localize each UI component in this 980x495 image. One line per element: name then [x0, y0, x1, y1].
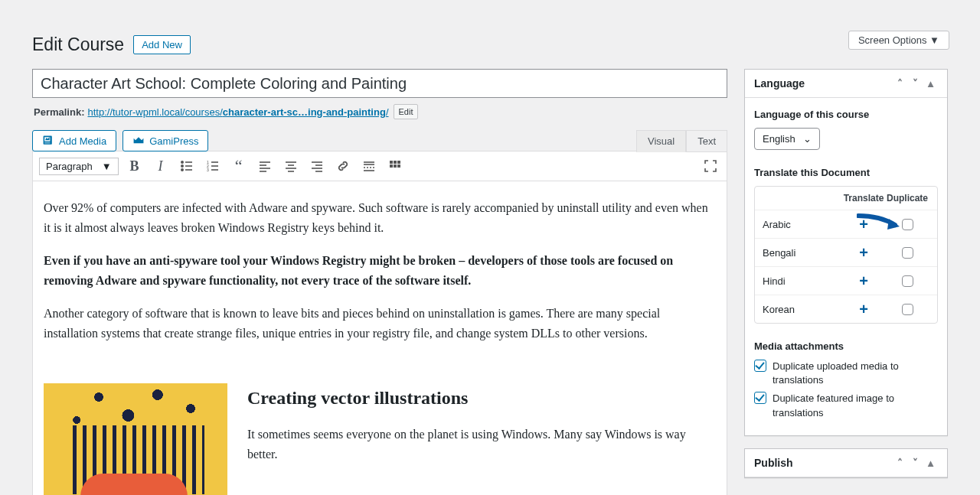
- media-attachments-label: Media attachments: [754, 340, 938, 352]
- chevron-down-icon: ▼: [102, 161, 112, 172]
- lang-name: Hindi: [763, 275, 842, 287]
- add-media-button[interactable]: Add Media: [32, 130, 116, 151]
- language-of-course-label: Language of this course: [754, 109, 938, 120]
- svg-text:3: 3: [207, 168, 209, 172]
- lang-name: Korean: [763, 304, 842, 315]
- table-row: Bengali +: [755, 238, 937, 266]
- editor-content[interactable]: Over 92% of computers are infected with …: [33, 181, 727, 495]
- duplicate-checkbox[interactable]: [902, 247, 913, 259]
- svg-rect-31: [390, 164, 393, 168]
- svg-point-4: [181, 169, 182, 171]
- panel-toggle-icon[interactable]: ▴: [923, 457, 938, 469]
- gamipress-button[interactable]: GamiPress: [122, 130, 208, 151]
- table-row: Hindi +: [755, 266, 937, 295]
- lang-name: Arabic: [763, 219, 842, 230]
- translate-add-button[interactable]: +: [842, 273, 885, 288]
- editor-toolbar: Paragraph▼ B I 123 “: [33, 151, 727, 181]
- page-title: Edit Course: [32, 34, 124, 55]
- align-left-button[interactable]: [255, 156, 275, 176]
- translate-add-button[interactable]: +: [842, 217, 885, 232]
- content-image: [44, 383, 227, 495]
- checkbox-icon: [754, 360, 766, 372]
- toolbar-toggle-button[interactable]: [385, 156, 405, 176]
- bold-button[interactable]: B: [125, 156, 145, 176]
- readmore-button[interactable]: [359, 156, 379, 176]
- media-icon: [42, 135, 54, 147]
- panel-up-icon[interactable]: ˄: [892, 457, 907, 469]
- translate-col-header: Translate: [842, 193, 885, 204]
- svg-rect-29: [394, 161, 397, 164]
- ul-button[interactable]: [177, 156, 197, 176]
- panel-toggle-icon[interactable]: ▴: [923, 77, 938, 90]
- svg-rect-30: [397, 161, 400, 164]
- edit-slug-button[interactable]: Edit: [394, 104, 419, 119]
- fullscreen-button[interactable]: [701, 156, 720, 176]
- ol-button[interactable]: 123: [203, 156, 223, 176]
- content-paragraph: Another category of software that is kno…: [44, 304, 716, 343]
- lang-name: Bengali: [763, 247, 842, 259]
- panel-down-icon[interactable]: ˅: [907, 457, 923, 469]
- align-right-button[interactable]: [307, 156, 327, 176]
- translate-table: Translate Duplicate Arabic + Bengali +: [754, 186, 938, 324]
- italic-button[interactable]: I: [151, 156, 171, 176]
- table-row: Arabic +: [755, 210, 937, 238]
- svg-point-0: [181, 161, 182, 163]
- content-paragraph: Over 92% of computers are infected with …: [44, 198, 716, 237]
- duplicate-col-header: Duplicate: [885, 193, 929, 204]
- checkbox-icon: [754, 392, 766, 404]
- duplicate-checkbox[interactable]: [902, 219, 913, 230]
- panel-up-icon[interactable]: ˄: [892, 77, 907, 90]
- duplicate-checkbox[interactable]: [902, 275, 913, 287]
- format-select[interactable]: Paragraph▼: [39, 158, 119, 175]
- panel-down-icon[interactable]: ˅: [907, 77, 923, 90]
- permalink-link[interactable]: http://tutor-wpml.local/courses/characte…: [87, 106, 388, 118]
- translate-doc-label: Translate this Document: [754, 167, 938, 178]
- content-paragraph: Even if you have an anti-spyware tool yo…: [44, 251, 716, 290]
- duplicate-uploaded-media-checkbox[interactable]: Duplicate uploaded media to translations: [754, 360, 938, 387]
- screen-options-button[interactable]: Screen Options ▼: [848, 31, 949, 50]
- svg-rect-28: [390, 161, 393, 164]
- content-heading: Creating vector illustrations: [247, 383, 716, 412]
- quote-button[interactable]: “: [229, 156, 249, 176]
- translate-add-button[interactable]: +: [842, 301, 885, 317]
- add-new-button[interactable]: Add New: [133, 35, 191, 54]
- translate-add-button[interactable]: +: [842, 245, 885, 260]
- publish-panel-title: Publish: [754, 457, 892, 469]
- svg-rect-33: [397, 164, 400, 168]
- content-paragraph: It sometimes seems everyone on the plane…: [247, 425, 716, 464]
- permalink-label: Permalink:: [34, 106, 84, 118]
- svg-rect-32: [394, 164, 397, 168]
- link-button[interactable]: [333, 156, 353, 176]
- language-select[interactable]: English ⌄: [754, 128, 820, 150]
- duplicate-featured-image-checkbox[interactable]: Duplicate featured image to translations: [754, 392, 938, 419]
- table-row: Korean +: [755, 295, 937, 323]
- chevron-down-icon: ⌄: [803, 133, 812, 145]
- language-panel-title: Language: [754, 77, 892, 90]
- tab-visual[interactable]: Visual: [636, 130, 686, 152]
- tab-text[interactable]: Text: [686, 130, 727, 152]
- svg-point-2: [181, 165, 182, 167]
- align-center-button[interactable]: [281, 156, 301, 176]
- duplicate-checkbox[interactable]: [902, 304, 913, 315]
- crown-icon: [132, 135, 145, 147]
- course-title-input[interactable]: [32, 69, 727, 98]
